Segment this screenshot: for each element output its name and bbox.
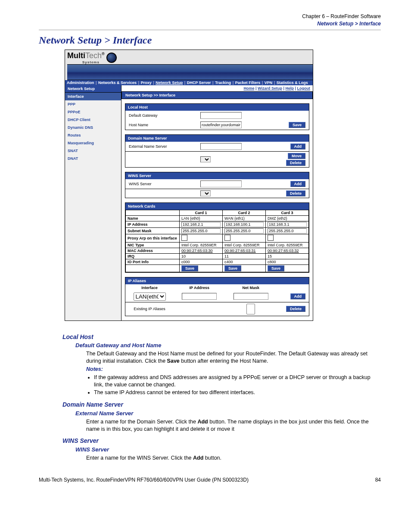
existing-aliases-list[interactable] [246, 304, 255, 314]
section-cards: Network Cards Card 1 Card 2 Card 3 Name … [125, 202, 309, 273]
topmenu: Administration | Networks & Services | P… [65, 80, 313, 85]
row-proxyarp: Proxy Arp on this interface [126, 234, 309, 242]
desc-notes: Notes: [86, 366, 381, 373]
page-title: Network Setup > Interface [39, 34, 381, 46]
row-mac: MAC Address 00:90:27:65:03:30 00:90:27:6… [126, 248, 309, 253]
proxyarp-card2[interactable] [224, 235, 230, 241]
alias-col-mask: Net Mask [225, 284, 276, 291]
input-ext-ns[interactable] [200, 143, 242, 150]
desc-h-wins: WINS Server [62, 437, 381, 445]
section-head-wins: WINS Server [125, 172, 309, 179]
card3-head: Card 3 [266, 210, 309, 215]
input-host-name[interactable] [200, 121, 242, 128]
menu-proxy[interactable]: Proxy [141, 81, 152, 85]
sidebar-item-dyndns[interactable]: Dynamic DNS [65, 124, 121, 131]
sidebar-item-masq[interactable]: Masquerading [65, 139, 121, 147]
sidebar-item-snat[interactable]: SNAT [65, 147, 121, 155]
navbar-gradient [67, 64, 313, 80]
section-aliases: IP Aliases Interface IP Address Net Mask… [125, 277, 309, 316]
desc-li1: If the gateway address and DNS addresses… [94, 374, 381, 389]
menu-packetfilters[interactable]: Packet Filters [235, 81, 261, 85]
alias-mask-input[interactable] [234, 293, 268, 300]
input-wins[interactable] [200, 180, 242, 187]
router-ui-screenshot: MultiTech® Systems Administration | Netw… [65, 50, 313, 321]
menu-stats[interactable]: Statistics & Logs [277, 81, 308, 85]
desc-h-extns: External Name Server [75, 410, 381, 417]
row-name: Name LAN (eth0) WAN (eth1) DMZ (eth2) [126, 215, 309, 221]
existing-aliases-label: Existing IP Aliases [125, 302, 174, 316]
menu-dhcp[interactable]: DHCP Server [187, 81, 211, 85]
link-wizard[interactable]: Wizard Setup [258, 86, 282, 90]
wins-list-select[interactable] [200, 190, 211, 196]
link-help[interactable]: Help [285, 86, 294, 90]
menu-admin[interactable]: Administration [67, 81, 94, 85]
proxyarp-card1[interactable] [181, 235, 187, 241]
sidebar-item-routes[interactable]: Routes [65, 131, 121, 139]
link-logout[interactable]: Logout [297, 86, 311, 90]
card1-head: Card 1 [180, 210, 223, 215]
section-dns: Domain Name Server External Name Server … [125, 134, 309, 168]
alias-iface-select[interactable]: LAN(eth0) [134, 292, 166, 301]
section-head-cards: Network Cards [125, 203, 309, 210]
mask-card3[interactable] [268, 228, 307, 233]
alias-col-ip: IP Address [174, 284, 225, 291]
toplinks: Home | Wizard Setup | Help | Logout [121, 85, 313, 91]
chapter-label: Chapter 6 – RouteFinder Software [39, 13, 381, 20]
row-ip: IP Address [126, 221, 309, 227]
link-home[interactable]: Home [243, 86, 254, 90]
save-button-card3[interactable]: Save [268, 265, 284, 271]
desc-p3: Enter a name for the WINS Server. Click … [86, 454, 381, 462]
menu-networks[interactable]: Networks & Services [98, 81, 137, 85]
sidebar-head: Network Setup [65, 85, 121, 93]
ip-card3[interactable] [268, 222, 307, 227]
cards-table: Card 1 Card 2 Card 3 Name LAN (eth0) WAN… [125, 210, 309, 272]
label-wins: WINS Server [125, 179, 197, 189]
sidebar-item-dhcpclient[interactable]: DHCP Client [65, 116, 121, 124]
section-head-aliases: IP Aliases [125, 277, 309, 284]
desc-p2: Enter a name for the Domain Server. Clic… [86, 418, 381, 433]
save-button-card1[interactable]: Save [181, 265, 198, 271]
add-button-dns[interactable]: Add [290, 143, 306, 149]
delete-button-alias[interactable]: Delete [286, 306, 305, 312]
sidebar-item-pppoe[interactable]: PPPoE [65, 108, 121, 116]
ip-card2[interactable] [224, 222, 264, 227]
section-localhost: Local Host Default Gateway Host Name Sav… [125, 103, 309, 130]
row-nictype: NIC Type Intel Corp. 82559ER Intel Corp.… [126, 242, 309, 248]
alias-ip-input[interactable] [182, 293, 217, 300]
add-button-wins[interactable]: Add [290, 181, 306, 187]
menu-vpn[interactable]: VPN [265, 81, 273, 85]
card2-head: Card 2 [223, 210, 266, 215]
input-default-gateway[interactable] [200, 112, 242, 119]
section-head-dns: Domain Name Server [125, 135, 309, 142]
delete-button-dns[interactable]: Delete [286, 160, 305, 166]
ip-card1[interactable] [181, 222, 221, 227]
footer-pagenum: 84 [375, 477, 381, 483]
footer-left: Multi-Tech Systems, Inc. RouteFinderVPN … [39, 477, 249, 483]
multitech-logo: MultiTech® Systems [67, 51, 313, 64]
row-irq: IRQ 10 11 15 [126, 253, 309, 259]
add-button-alias[interactable]: Add [290, 293, 306, 299]
move-button-dns[interactable]: Move [288, 153, 305, 159]
dns-list-select[interactable] [200, 156, 211, 162]
desc-h-gwhn: Default Gateway and Host Name [75, 342, 381, 349]
mask-card1[interactable] [181, 228, 221, 233]
desc-li2: The same IP Address cannot be entered fo… [94, 389, 381, 396]
sidebar-item-dnat[interactable]: DNAT [65, 155, 121, 162]
menu-networksetup[interactable]: Network Setup [156, 81, 183, 85]
label-host-name: Host Name [125, 120, 197, 130]
menu-tracking[interactable]: Tracking [215, 81, 231, 85]
row-mask: Subnet Mask [126, 227, 309, 234]
proxyarp-card3[interactable] [268, 235, 274, 241]
save-button-card2[interactable]: Save [224, 265, 241, 271]
delete-button-wins[interactable]: Delete [286, 190, 305, 196]
sidebar-item-ppp[interactable]: PPP [65, 100, 121, 108]
breadcrumb: Network Setup >> Interface [121, 91, 313, 99]
sidebar-item-interface[interactable]: Interface [65, 93, 121, 100]
mask-card2[interactable] [224, 228, 264, 233]
desc-h-localhost: Local Host [62, 333, 381, 341]
desc-p1: The Default Gateway and the Host Name mu… [86, 350, 381, 365]
alias-col-iface: Interface [125, 284, 174, 291]
save-button-localhost[interactable]: Save [289, 122, 305, 128]
row-ioport: IO Port Info c000 c400 c800 [126, 259, 309, 264]
desc-h-wins2: WINS Server [75, 446, 381, 454]
